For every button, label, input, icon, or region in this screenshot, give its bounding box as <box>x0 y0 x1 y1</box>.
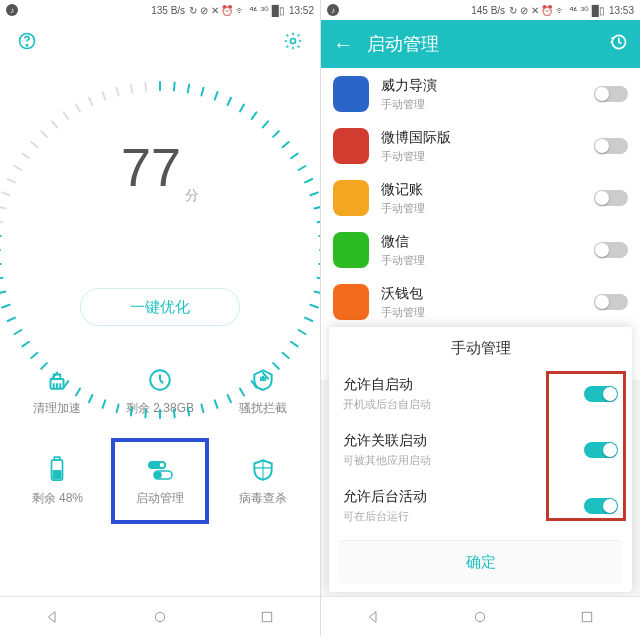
storage-icon <box>146 366 174 394</box>
app-sub: 手动管理 <box>381 149 582 164</box>
app-icon <box>333 128 369 164</box>
app-toggle[interactable] <box>594 86 628 102</box>
page-title: 启动管理 <box>367 32 439 56</box>
cell-label: 病毒查杀 <box>239 490 287 507</box>
cell-storage[interactable]: 剩余 2.38GB <box>109 346 212 436</box>
status-time: 13:52 <box>289 5 314 16</box>
hand-icon <box>249 366 277 394</box>
nav-home-icon[interactable] <box>472 609 488 625</box>
android-navbar <box>0 596 320 636</box>
toggle-background[interactable] <box>584 498 618 514</box>
app-name: 沃钱包 <box>381 285 582 303</box>
app-header: ← 启动管理 <box>321 20 640 68</box>
svg-rect-6 <box>55 457 61 460</box>
app-toggle[interactable] <box>594 138 628 154</box>
app-row[interactable]: 微博国际版手动管理 <box>321 120 640 172</box>
cell-block[interactable]: 骚扰拦截 <box>211 346 314 436</box>
app-icon <box>333 180 369 216</box>
notification-icon: ♪ <box>6 4 18 16</box>
cell-cleanup[interactable]: 清理加速 <box>6 346 109 436</box>
gear-icon[interactable] <box>282 30 304 52</box>
nav-recent-icon[interactable] <box>579 609 595 625</box>
app-name: 微记账 <box>381 181 582 199</box>
svg-point-9 <box>159 462 165 468</box>
toggle-autostart[interactable] <box>584 386 618 402</box>
cell-label: 剩余 48% <box>32 490 83 507</box>
score-value: 77 <box>121 137 181 197</box>
status-time: 13:53 <box>609 5 634 16</box>
status-icons: ↻ ⊘ ✕ ⏰ ᯤ ⁴⁶ ³ᴳ █▯ <box>189 5 285 16</box>
battery-icon <box>43 456 71 484</box>
svg-rect-7 <box>54 470 61 477</box>
dialog-title: 手动管理 <box>329 327 632 366</box>
cell-startup-manager[interactable]: 启动管理 <box>109 436 212 526</box>
app-name: 微博国际版 <box>381 129 582 147</box>
help-icon[interactable] <box>16 30 38 52</box>
app-row[interactable]: 沃钱包手动管理 <box>321 276 640 328</box>
app-sub: 手动管理 <box>381 201 582 216</box>
cell-battery[interactable]: 剩余 48% <box>6 436 109 526</box>
nav-recent-icon[interactable] <box>259 609 275 625</box>
cell-label: 清理加速 <box>33 400 81 417</box>
svg-point-1 <box>26 45 27 46</box>
svg-rect-13 <box>262 612 271 621</box>
app-name: 微信 <box>381 233 582 251</box>
status-speed: 135 B/s <box>151 5 185 16</box>
confirm-button[interactable]: 确定 <box>339 540 622 584</box>
cell-label: 启动管理 <box>136 490 184 507</box>
history-icon[interactable] <box>608 32 628 57</box>
app-sub: 手动管理 <box>381 253 582 268</box>
row-title: 允许自启动 <box>343 376 584 394</box>
dialog-row-autostart: 允许自启动 开机或后台自启动 <box>329 366 632 422</box>
toggle-icon <box>146 456 174 484</box>
dialog-row-associated: 允许关联启动 可被其他应用启动 <box>329 422 632 478</box>
toggle-associated[interactable] <box>584 442 618 458</box>
shield-icon <box>249 456 277 484</box>
app-toggle[interactable] <box>594 190 628 206</box>
nav-back-icon[interactable] <box>45 609 61 625</box>
dialog-row-background: 允许后台活动 可在后台运行 <box>329 478 632 534</box>
startup-manager-screen: ♪ 145 B/s ↻ ⊘ ✕ ⏰ ᯤ ⁴⁶ ³ᴳ █▯ 13:53 ← 启动管… <box>320 0 640 636</box>
optimize-button[interactable]: 一键优化 <box>80 288 240 326</box>
row-sub: 开机或后台自启动 <box>343 397 584 412</box>
app-row[interactable]: 微记账手动管理 <box>321 172 640 224</box>
svg-point-11 <box>155 472 161 478</box>
status-bar: ♪ 145 B/s ↻ ⊘ ✕ ⏰ ᯤ ⁴⁶ ³ᴳ █▯ 13:53 <box>321 0 640 20</box>
status-bar: ♪ 135 B/s ↻ ⊘ ✕ ⏰ ᯤ ⁴⁶ ³ᴳ █▯ 13:52 <box>0 0 320 20</box>
score-gauge: 77分 <box>0 52 320 282</box>
app-sub: 手动管理 <box>381 97 582 112</box>
notification-icon: ♪ <box>327 4 339 16</box>
status-icons: ↻ ⊘ ✕ ⏰ ᯤ ⁴⁶ ³ᴳ █▯ <box>509 5 605 16</box>
row-sub: 可被其他应用启动 <box>343 453 584 468</box>
back-icon[interactable]: ← <box>333 33 353 56</box>
app-name: 威力导演 <box>381 77 582 95</box>
nav-back-icon[interactable] <box>366 609 382 625</box>
svg-rect-16 <box>582 612 591 621</box>
status-speed: 145 B/s <box>471 5 505 16</box>
cell-label: 骚扰拦截 <box>239 400 287 417</box>
svg-point-2 <box>291 39 296 44</box>
app-icon <box>333 76 369 112</box>
svg-point-12 <box>155 612 164 621</box>
app-row[interactable]: 威力导演手动管理 <box>321 68 640 120</box>
android-navbar <box>321 596 640 636</box>
score-unit: 分 <box>185 187 199 203</box>
nav-home-icon[interactable] <box>152 609 168 625</box>
feature-grid: 清理加速 剩余 2.38GB 骚扰拦截 剩余 48% 启动管理 病毒查杀 <box>0 346 320 526</box>
row-sub: 可在后台运行 <box>343 509 584 524</box>
app-icon <box>333 232 369 268</box>
cell-virus[interactable]: 病毒查杀 <box>211 436 314 526</box>
app-toggle[interactable] <box>594 242 628 258</box>
app-row[interactable]: 微信手动管理 <box>321 224 640 276</box>
app-toggle[interactable] <box>594 294 628 310</box>
app-sub: 手动管理 <box>381 305 582 320</box>
row-title: 允许关联启动 <box>343 432 584 450</box>
phone-manager-screen: ♪ 135 B/s ↻ ⊘ ✕ ⏰ ᯤ ⁴⁶ ³ᴳ █▯ 13:52 77分 一… <box>0 0 320 636</box>
row-title: 允许后台活动 <box>343 488 584 506</box>
manual-manage-dialog: 手动管理 允许自启动 开机或后台自启动 允许关联启动 可被其他应用启动 允许后台… <box>329 327 632 592</box>
svg-point-15 <box>476 612 485 621</box>
app-icon <box>333 284 369 320</box>
